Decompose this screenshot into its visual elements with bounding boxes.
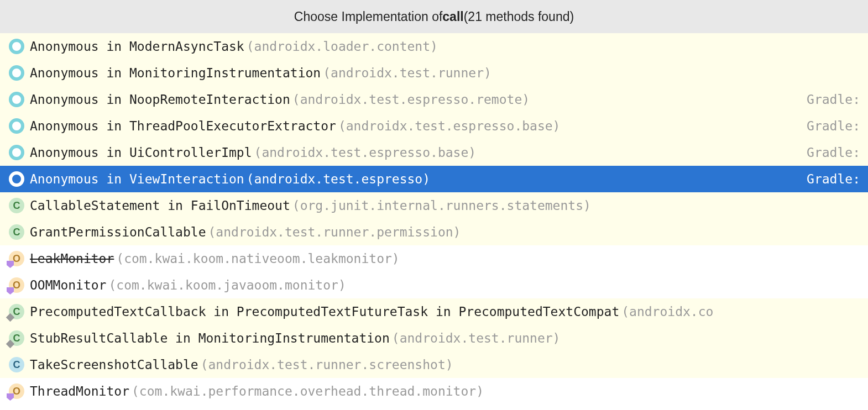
kotlin-badge-icon [7, 261, 14, 268]
list-item[interactable]: Anonymous in ThreadPoolExecutorExtractor… [0, 113, 868, 139]
item-package: (com.kwai.koom.nativeoom.leakmonitor) [116, 251, 399, 266]
title-suffix: (21 methods found) [464, 9, 574, 24]
item-package: (androidx.test.espresso.base) [254, 145, 477, 160]
object-icon: O [9, 383, 24, 399]
item-name: LeakMonitor [30, 251, 114, 266]
item-name: GrantPermissionCallable [30, 225, 206, 239]
class-icon: C [9, 330, 24, 346]
list-item[interactable]: CPrecomputedTextCallback in PrecomputedT… [0, 298, 868, 325]
item-package: (com.kwai.performance.overhead.thread.mo… [132, 384, 484, 398]
list-item[interactable]: CGrantPermissionCallable(androidx.test.r… [0, 219, 868, 245]
item-source: Gradle: [807, 119, 860, 133]
item-name: ThreadMonitor [30, 384, 129, 398]
item-name: Anonymous in ModernAsyncTask [30, 39, 244, 54]
list-item[interactable]: CTakeScreenshotCallable(androidx.test.ru… [0, 351, 868, 378]
object-icon: O [9, 277, 24, 293]
class-icon: C [9, 304, 24, 319]
item-name: OOMMonitor [30, 278, 106, 292]
item-source: Gradle: [807, 145, 860, 160]
item-package: (androidx.test.espresso.base) [338, 119, 561, 133]
list-item[interactable]: Anonymous in UiControllerImpl(androidx.t… [0, 139, 868, 166]
item-name: Anonymous in UiControllerImpl [30, 145, 252, 160]
item-name: PrecomputedTextCallback in PrecomputedTe… [30, 304, 619, 319]
item-name: Anonymous in ViewInteraction [30, 172, 244, 186]
class-icon: C [9, 224, 24, 240]
list-item[interactable]: OOOMMonitor(com.kwai.koom.javaoom.monito… [0, 272, 868, 298]
kotlin-badge-icon [7, 287, 14, 295]
item-package: (androidx.test.runner.screenshot) [201, 358, 453, 372]
object-icon: O [9, 251, 24, 266]
item-name: Anonymous in ThreadPoolExecutorExtractor [30, 119, 336, 133]
static-badge-icon [6, 340, 15, 349]
anonymous-class-icon [9, 39, 24, 54]
item-package: (androidx.test.runner.permission) [208, 225, 461, 239]
item-name: Anonymous in NoopRemoteInteraction [30, 92, 290, 107]
list-item[interactable]: Anonymous in NoopRemoteInteraction(andro… [0, 86, 868, 113]
static-badge-icon [6, 313, 15, 322]
list-item[interactable]: Anonymous in MonitoringInstrumentation(a… [0, 60, 868, 86]
item-package: (androidx.test.runner) [392, 331, 561, 345]
item-package: (androidx.co [621, 304, 713, 319]
item-package: (org.junit.internal.runners.statements) [292, 198, 591, 213]
popup-title: Choose Implementation of call (21 method… [0, 0, 868, 33]
kotlin-badge-icon [7, 393, 14, 401]
anonymous-class-icon [9, 65, 24, 81]
list-item[interactable]: OLeakMonitor(com.kwai.koom.nativeoom.lea… [0, 245, 868, 272]
item-name: Anonymous in MonitoringInstrumentation [30, 66, 321, 80]
title-prefix: Choose Implementation of [294, 9, 443, 24]
title-method-name: call [442, 9, 463, 24]
item-package: (androidx.test.espresso) [247, 172, 430, 186]
anonymous-class-icon [9, 118, 24, 134]
anonymous-class-icon [9, 171, 24, 187]
item-name: TakeScreenshotCallable [30, 358, 198, 372]
item-package: (androidx.test.espresso.remote) [292, 92, 530, 107]
item-package: (com.kwai.koom.javaoom.monitor) [108, 278, 346, 292]
item-source: Gradle: [807, 92, 860, 107]
implementation-list: Anonymous in ModernAsyncTask(androidx.lo… [0, 33, 868, 404]
item-name: CallableStatement in FailOnTimeout [30, 198, 290, 213]
class-icon: C [9, 357, 24, 372]
item-source: Gradle: [807, 172, 860, 186]
item-name: StubResultCallable in MonitoringInstrume… [30, 331, 390, 345]
item-package: (androidx.test.runner) [323, 66, 491, 80]
class-icon: C [9, 198, 24, 213]
list-item[interactable]: CStubResultCallable in MonitoringInstrum… [0, 325, 868, 351]
list-item[interactable]: CCallableStatement in FailOnTimeout(org.… [0, 192, 868, 219]
list-item[interactable]: Anonymous in ModernAsyncTask(androidx.lo… [0, 33, 868, 60]
anonymous-class-icon [9, 92, 24, 107]
anonymous-class-icon [9, 145, 24, 160]
list-item[interactable]: OThreadMonitor(com.kwai.performance.over… [0, 378, 868, 404]
list-item[interactable]: Anonymous in ViewInteraction(androidx.te… [0, 166, 868, 192]
item-package: (androidx.loader.content) [247, 39, 438, 54]
